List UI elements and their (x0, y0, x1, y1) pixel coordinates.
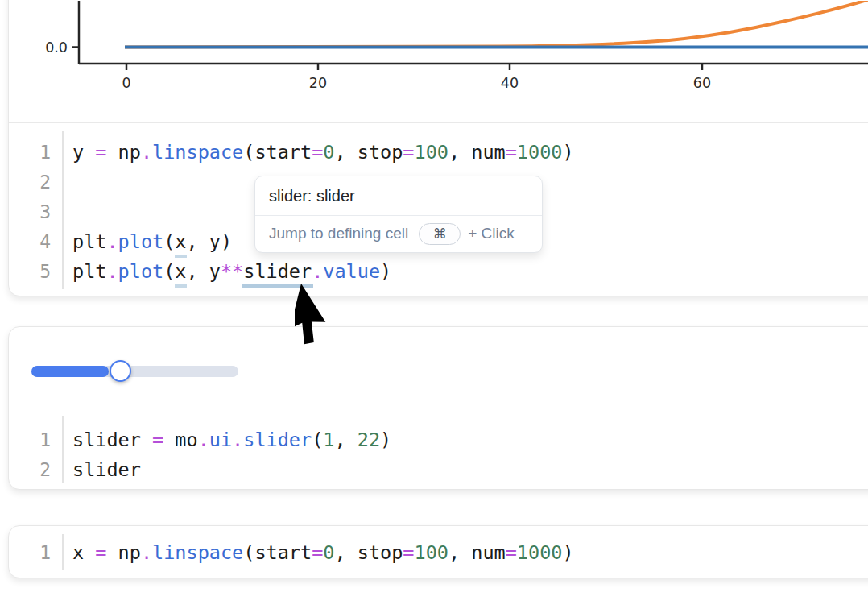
code-token: np (106, 541, 140, 564)
code-token: ( (163, 260, 175, 283)
code-token: . (198, 429, 209, 451)
line-number: 2 (9, 172, 62, 193)
code-row[interactable]: 5plt.plot(x, y**slider.value) (9, 256, 868, 286)
y-tick-label: 0.0 (45, 39, 68, 56)
code-token: , num (448, 141, 506, 164)
code-token: y (72, 141, 95, 164)
tooltip-action-label: Jump to defining cell (269, 225, 408, 242)
code-token: ) (562, 141, 573, 164)
code-token: 1000 (517, 541, 563, 564)
x-tick-label: 40 (501, 75, 519, 91)
slider-widget[interactable] (31, 360, 238, 382)
code-token: = (152, 429, 163, 451)
code-token: , num (448, 541, 506, 564)
code-row[interactable]: 1y = np.linspace(start=0, stop=100, num=… (9, 137, 868, 167)
code-token: plt (72, 260, 106, 283)
code-token: . (232, 429, 243, 451)
code-token: plot (118, 260, 164, 283)
line-number: 1 (9, 429, 62, 450)
code-token: np (106, 141, 140, 164)
code-token: linspace (152, 141, 243, 164)
code-token: = (506, 541, 517, 564)
code-row[interactable]: 1slider = mo.ui.slider(1, 22) (9, 425, 868, 454)
gutter-separator (62, 534, 64, 570)
x-tick-label: 60 (693, 75, 711, 91)
tooltip-title: slider: slider (255, 176, 542, 216)
code-editor[interactable]: 1slider = mo.ui.slider(1, 22)2slider (9, 409, 868, 489)
code-token: ) (562, 541, 573, 564)
code-token: , y (187, 260, 221, 283)
code-row[interactable]: 1x = np.linspace(start=0, stop=100, num=… (9, 537, 868, 567)
code-token: value (323, 260, 380, 283)
code-token: ) (380, 429, 391, 451)
code-token: . (141, 141, 152, 164)
code-token: 1 (323, 429, 334, 451)
code-token: , y) (187, 230, 233, 253)
code-token: mo (163, 429, 197, 451)
slider-handle[interactable] (110, 360, 131, 382)
code-token: . (106, 260, 118, 283)
line-number: 1 (9, 542, 62, 563)
code-row[interactable]: 2slider (9, 454, 868, 484)
code-token: = (312, 141, 323, 164)
code-token: x (72, 541, 95, 564)
line-number: 1 (9, 142, 62, 163)
x-tick-label: 0 (122, 75, 130, 91)
output-code-divider (9, 408, 868, 408)
matplotlib-figure: 0.0 0 20 40 60 (9, 1, 868, 122)
variable-hover-tooltip: slider: slider Jump to defining cell ⌘ +… (254, 176, 543, 253)
code-token: (start (243, 541, 312, 564)
code-token: 100 (415, 141, 448, 164)
gutter-separator (62, 416, 64, 483)
code-token: ** (221, 260, 243, 283)
code-token: 0 (323, 141, 334, 164)
plot-canvas: 0.0 0 20 40 60 (9, 1, 868, 122)
code-token: . (106, 230, 118, 253)
code-token: 0 (323, 541, 334, 564)
code-token: ( (163, 230, 175, 253)
code-token: linspace (152, 541, 243, 564)
series-orange-line (125, 1, 868, 48)
code-line: plt.plot(x, y) (62, 230, 232, 253)
code-token: x (175, 230, 186, 253)
code-token: ui (209, 429, 232, 451)
slider-fill (31, 366, 109, 377)
code-token: , stop (334, 541, 403, 564)
line-number: 5 (9, 261, 62, 282)
line-number: 3 (9, 201, 62, 222)
code-line: x = np.linspace(start=0, stop=100, num=1… (62, 541, 574, 564)
command-key-icon: ⌘ (419, 223, 461, 245)
code-token: plt (72, 230, 106, 253)
code-token: , stop (334, 141, 403, 164)
line-number: 2 (9, 459, 62, 480)
code-token: = (312, 541, 323, 564)
code-line: y = np.linspace(start=0, stop=100, num=1… (62, 141, 574, 164)
code-token: . (141, 541, 152, 564)
output-code-divider (9, 122, 868, 123)
tooltip-shortcut-suffix: + Click (468, 225, 515, 242)
code-token: slider (243, 429, 312, 451)
code-token: = (95, 141, 106, 164)
notebook-cell-slider: 1slider = mo.ui.slider(1, 22)2slider (8, 326, 868, 490)
code-editor[interactable]: 1x = np.linspace(start=0, stop=100, num=… (9, 526, 868, 578)
code-token: (start (243, 141, 312, 164)
code-token: slider (72, 458, 141, 481)
code-token: ) (380, 260, 391, 283)
line-number: 4 (9, 231, 62, 252)
code-token: 1000 (517, 141, 563, 164)
code-token: ( (312, 429, 323, 451)
code-line: slider (62, 458, 141, 481)
code-token: , (334, 429, 357, 451)
code-token: x (175, 260, 186, 283)
x-tick-label: 20 (309, 75, 327, 91)
code-token: slider (72, 429, 152, 451)
code-token: 100 (415, 541, 448, 564)
code-line: plt.plot(x, y**slider.value) (62, 260, 391, 283)
code-token: . (312, 260, 323, 283)
notebook-cell-x: 1x = np.linspace(start=0, stop=100, num=… (8, 525, 868, 578)
code-line: slider = mo.ui.slider(1, 22) (62, 429, 391, 451)
code-token: = (506, 141, 517, 164)
code-token: 22 (358, 429, 380, 451)
code-token: = (403, 141, 414, 164)
code-token: = (403, 541, 414, 564)
